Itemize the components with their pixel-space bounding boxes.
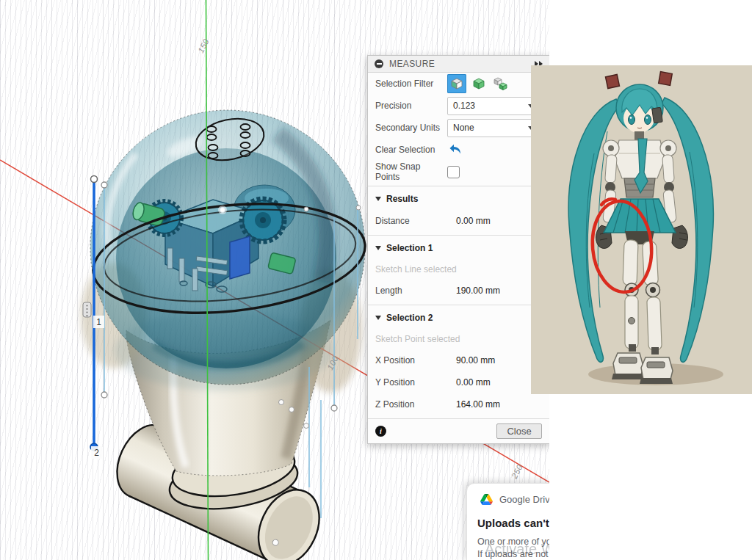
info-icon[interactable]: i — [375, 426, 386, 437]
collapse-triangle-icon — [375, 197, 381, 201]
x-position-row: X Position 90.00 mm — [368, 349, 549, 371]
clear-selection-button[interactable] — [447, 144, 462, 156]
headphone — [652, 107, 663, 123]
measure-dialog-header[interactable]: MEASURE — [368, 56, 549, 73]
show-snap-points-row: Show Snap Points — [368, 161, 549, 183]
precision-row: Precision 0.123 — [368, 95, 549, 117]
x-position-label: X Position — [375, 355, 456, 366]
y-position-label: Y Position — [375, 377, 456, 388]
z-position-label: Z Position — [375, 399, 456, 410]
precision-dropdown[interactable]: 0.123 — [447, 97, 540, 115]
z-position-value: 164.00 mm — [456, 399, 500, 410]
clear-selection-label: Clear Selection — [375, 145, 447, 155]
results-section-header[interactable]: Results — [368, 188, 549, 210]
divider — [368, 235, 549, 236]
selection2-header-label: Selection 2 — [386, 313, 433, 323]
y-position-value: 0.00 mm — [456, 377, 491, 388]
dimension-grip-icon[interactable] — [83, 302, 91, 317]
drive-popup-title: Uploads can't c — [467, 505, 551, 529]
collapse-triangle-icon — [375, 246, 381, 250]
selection-filter-label: Selection Filter — [375, 79, 447, 89]
results-header-label: Results — [386, 194, 418, 204]
drive-popup-header: Google Drive — [467, 484, 551, 505]
drive-popup-content: Google Drive Uploads can't c One or more… — [467, 484, 551, 560]
secondary-units-dropdown[interactable]: None — [447, 119, 540, 137]
body-filter-button[interactable] — [447, 74, 466, 93]
drive-popup-line1: One or more of yo — [467, 529, 551, 548]
selection2-status: Sketch Point selected — [368, 329, 549, 349]
collapse-triangle-icon — [375, 316, 381, 320]
hair-clip-left — [606, 75, 620, 89]
length-value: 190.00 mm — [456, 286, 500, 296]
selection1-section-header[interactable]: Selection 1 — [368, 237, 549, 259]
distance-row: Distance 0.00 mm — [368, 210, 549, 232]
collapse-minus-icon[interactable] — [375, 59, 383, 68]
measure-dialog: MEASURE Selection Filter — [367, 55, 550, 444]
selection1-header-label: Selection 1 — [386, 243, 433, 253]
selection-badge-2: 2 — [94, 448, 99, 458]
selection2-section-header[interactable]: Selection 2 — [368, 307, 549, 329]
divider — [368, 305, 549, 305]
selection-filter-row: Selection Filter — [368, 73, 549, 95]
secondary-units-row: Secondary Units None — [368, 117, 549, 139]
robot-figure-illustration — [531, 65, 752, 394]
solid-filter-icon — [472, 77, 485, 90]
dim-label-150: 150 — [196, 37, 211, 54]
distance-label: Distance — [375, 216, 456, 226]
secondary-units-value: None — [453, 123, 474, 133]
component-filter-button[interactable] — [491, 74, 510, 93]
x-position-value: 90.00 mm — [456, 355, 495, 366]
length-row: Length 190.00 mm — [368, 280, 549, 302]
dim-label-250: 250 — [510, 462, 524, 480]
dialog-footer: i Close — [368, 418, 549, 443]
google-drive-icon — [480, 494, 493, 505]
distance-value: 0.00 mm — [456, 216, 491, 226]
line-endpoint-top[interactable] — [91, 176, 98, 183]
dialog-title: MEASURE — [389, 59, 534, 69]
undo-arrow-icon — [447, 144, 462, 156]
drive-app-name: Google Drive — [499, 494, 551, 505]
component-filter-icon — [494, 77, 508, 90]
right-hand — [672, 225, 687, 248]
length-label: Length — [375, 286, 456, 296]
secondary-units-label: Secondary Units — [375, 123, 447, 133]
cad-viewport[interactable]: 150 100 250 1 2 — [0, 0, 549, 560]
clear-selection-row: Clear Selection — [368, 139, 549, 161]
drive-popup-line2: If uploads are not — [467, 548, 551, 560]
hair-clip-right — [659, 72, 673, 86]
divider — [368, 186, 549, 186]
body-filter-icon — [450, 77, 463, 90]
blue-block — [230, 236, 250, 279]
precision-value: 0.123 — [453, 101, 475, 111]
screenshot-stage: 150 100 250 1 2 — [0, 0, 752, 560]
selection1-status: Sketch Line selected — [368, 259, 549, 280]
show-snap-points-label: Show Snap Points — [375, 161, 447, 182]
selection-badge-1: 1 — [96, 317, 101, 327]
drive-notification-popup[interactable]: Activate W Google Drive Uploads can't c … — [466, 483, 551, 560]
solid-filter-button[interactable] — [469, 74, 488, 93]
reference-image — [531, 65, 752, 394]
z-position-row: Z Position 164.00 mm — [368, 393, 549, 415]
close-button[interactable]: Close — [496, 423, 542, 439]
y-position-row: Y Position 0.00 mm — [368, 371, 549, 393]
selected-sketch-point — [220, 208, 225, 213]
show-snap-points-checkbox[interactable] — [447, 166, 460, 178]
precision-label: Precision — [375, 101, 447, 111]
